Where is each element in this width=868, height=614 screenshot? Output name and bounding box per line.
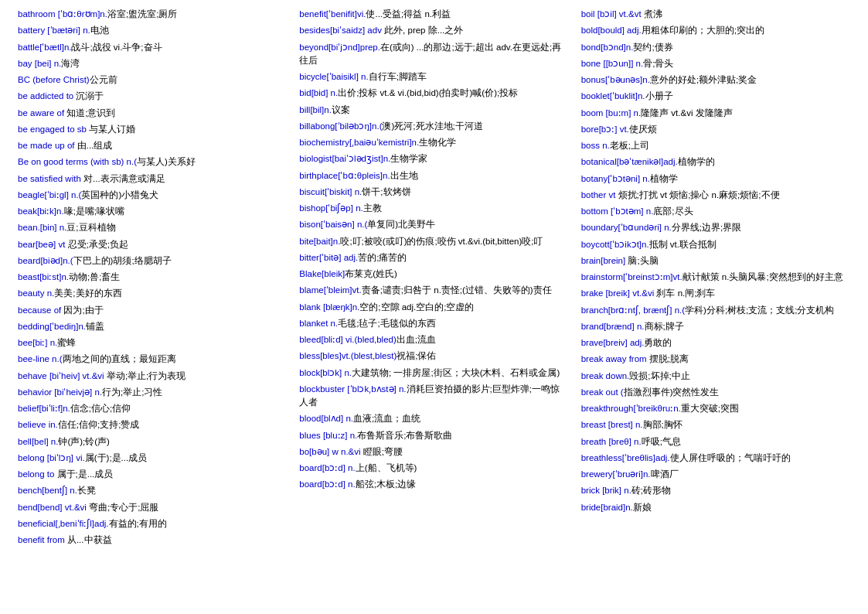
list-item: be engaged to sb 与某人订婚 (18, 123, 287, 136)
list-item: BC (before Christ)公元前 (18, 73, 287, 87)
list-item: breathless[ˈbreθlis]adj.使人屏住呼吸的；气喘吁吁的 (581, 452, 850, 465)
list-item: boycott[ˈbɔikɔt]n.抵制 vt.联合抵制 (581, 238, 850, 251)
list-item: belief[biˈliːf]n.信念;信心;信仰 (18, 402, 287, 415)
list-item: bear[beə] vt 忍受;承受;负起 (18, 238, 287, 251)
list-item: brand[brænd] n.商标;牌子 (581, 320, 850, 333)
list-item: beak[biːk]n.喙;是嘴;喙状嘴 (18, 205, 287, 218)
list-item: bedding[ˈbediŋ]n.铺盖 (18, 320, 287, 333)
list-item: benefit from 从...中获益 (18, 534, 287, 547)
list-item: beard[biəd]n.(下巴上的)胡须;络腮胡子 (18, 254, 287, 268)
list-item: beneficial[ˌbeniˈfiːʃl]adj.有益的;有用的 (18, 517, 287, 530)
list-item: breakthrough[ˈbreikθruːn.重大突破;突围 (581, 402, 850, 415)
list-item: bone [[bɔun]] n.骨;骨头 (581, 57, 850, 70)
list-item: boss n.老板;上司 (581, 139, 850, 152)
list-item: bonus[ˈbəunəs]n.意外的好处;额外津贴;奖金 (581, 73, 850, 87)
list-item: blanket n.毛毯;毡子;毛毯似的东西 (299, 317, 568, 330)
list-item: be addicted to 沉溺于 (18, 90, 287, 103)
list-item: beagle[ˈbiːgl] n.(英国种的)小猎兔犬 (18, 189, 287, 202)
list-item: beauty n.美美;美好的东西 (18, 287, 287, 300)
list-item: bold[bould] adj.用粗体印刷的；大胆的;突出的 (581, 24, 850, 37)
list-item: be aware of 知道;意识到 (18, 107, 287, 120)
list-item: brick [brik] n.砖;砖形物 (581, 484, 850, 497)
list-item: board[bɔːd] n.船弦;木板;边缘 (299, 478, 568, 491)
dictionary-page: bathroom [ˈbɑːθrʊm]n.浴室;盥洗室;厕所battery [ˈ… (12, 8, 856, 550)
list-item: bride[braid]n.新娘 (581, 501, 850, 514)
list-item: bo[bəu] w n.&vi 瞪眼;弯腰 (299, 445, 568, 459)
list-item: block[blɔk] n.大建筑物; 一排房屋;街区；大块(木料、石料或金属) (299, 367, 568, 380)
list-item: biochemistry[ˌbaiəuˈkemistri]n.生物化学 (299, 136, 568, 149)
list-item: board[bɔːd] n.上(船、飞机等) (299, 462, 568, 475)
list-item: bid[bid] n.出价;投标 vt.& vi.(bid,bid)(拍卖时)喊… (299, 87, 568, 100)
list-item: bother vt 烦扰;打扰 vt 烦恼;操心 n.麻烦;烦恼;不便 (581, 189, 850, 202)
list-item: be made up of 由...组成 (18, 139, 287, 152)
list-item: beyond[biˈjɔnd]prep.在(或向) ...的那边;远于;超出 a… (299, 41, 568, 68)
column-2: benefit[ˈbenifit]vi.使...受益;得益 n.利益beside… (293, 8, 574, 550)
list-item: bleed[bliːd] vi.(bled,bled)出血;流血 (299, 333, 568, 346)
list-item: battery [ˈbætəri] n.电池 (18, 24, 287, 37)
list-item: bond[bɔnd]n.契约;债券 (581, 41, 850, 54)
list-item: breath [breθ] n.呼吸;气息 (581, 435, 850, 449)
list-item: biscuit[ˈbiskit] n.饼干;软烤饼 (299, 186, 568, 199)
column-3: boil [bɔil] vt.&vt 煮沸bold[bould] adj.用粗体… (575, 8, 856, 550)
list-item: belong to 属于;是...成员 (18, 468, 287, 481)
list-item: bill[bil]n.议案 (299, 104, 568, 117)
list-item: bless[bles]vt.(blest,blest)祝福;保佑 (299, 350, 568, 363)
list-item: birthplace[ˈbɑːθpleis]n.出生地 (299, 169, 568, 182)
list-item: benefit[ˈbenifit]vi.使...受益;得益 n.利益 (299, 8, 568, 21)
list-item: blues [bluːz] n.布鲁斯音乐;布鲁斯歌曲 (299, 429, 568, 442)
list-item: bottom [ˈbɔtəm] n.底部;尽头 (581, 205, 850, 218)
list-item: brake [breik] vt.&vi 刹车 n.闸;刹车 (581, 287, 850, 300)
list-item: behave [biˈheiv] vt.&vi 举动;举止;行为表现 (18, 370, 287, 383)
list-item: bean.[bin] n.豆;豆科植物 (18, 221, 287, 234)
list-item: bee[biː] n.蜜蜂 (18, 336, 287, 350)
list-item: brave[breiv] adj.勇敢的 (581, 336, 850, 350)
list-item: break out (指激烈事件)突然性发生 (581, 386, 850, 399)
list-item: bicycle[ˈbaisikl] n.自行车;脚踏车 (299, 70, 568, 84)
list-item: break away from 摆脱;脱离 (581, 353, 850, 366)
list-item: billabong[ˈbiləbɔŋ]n.(澳)死河;死水洼地;干河道 (299, 120, 568, 133)
list-item: blockbuster [ˈblɔkˌbʌstə] n.消耗巨资拍摄的影片;巨型… (299, 383, 568, 410)
list-item: booklet[ˈbuklit]n.小册子 (581, 90, 850, 103)
list-item: break down.毁损;坏掉;中止 (581, 370, 850, 383)
list-item: behavior [biˈheivjə] n.行为;举止;习性 (18, 386, 287, 399)
list-item: be satisfied with 对...表示满意或满足 (18, 172, 287, 186)
list-item: bee-line n.(两地之间的)直线；最短距离 (18, 353, 287, 366)
list-item: boom [buːm] n.隆隆声 vt.&vi 发隆隆声 (581, 107, 850, 120)
list-item: branch[brɑːntʃ, bræntʃ] n.(学科)分科;树枝;支流；支… (581, 304, 850, 317)
list-item: biologist[baiˈɔlədʒist]n.生物学家 (299, 152, 568, 165)
list-item: brewery[ˈbruəri]n.啤酒厂 (581, 468, 850, 481)
list-item: botany[ˈbɔtəni] n.植物学 (581, 172, 850, 186)
list-item: breast [brest] n.胸部;胸怀 (581, 418, 850, 432)
list-item: because of 因为;由于 (18, 304, 287, 317)
list-item: besides[biˈsaidz] adv 此外, prep 除...之外 (299, 24, 568, 37)
list-item: bite[bait]n.咬;叮;被咬(或叮)的伤痕;咬伤 vt.&vi.(bit… (299, 235, 568, 248)
list-item: bore[bɔː] vt.使厌烦 (581, 123, 850, 136)
list-item: bench[bentʃ] n.长凳 (18, 484, 287, 497)
list-item: bend[bend] vt.&vi 弯曲;专心于;屈服 (18, 501, 287, 514)
list-item: belong [biˈlɔŋ] vi.属(于);是...成员 (18, 452, 287, 465)
list-item: beast[biːst]n.动物;兽;畜生 (18, 271, 287, 284)
list-item: blame[ˈbleim]vt.责备;谴责;归咎于 n.责怪;(过错、失败等的)… (299, 284, 568, 297)
list-item: Be on good terms (with sb) n.(与某人)关系好 (18, 155, 287, 169)
list-item: bay [bei] n.海湾 (18, 57, 287, 70)
list-item: bitter[ˈbitə] adj.苦的;痛苦的 (299, 251, 568, 264)
list-item: brain[brein] 脑;头脑 (581, 254, 850, 268)
list-item: battle[ˈbætl]n.战斗;战役 vi.斗争;奋斗 (18, 41, 287, 54)
list-item: bishop[ˈbiʃəp] n.主教 (299, 202, 568, 215)
list-item: bison[ˈbaisən] n.(单复同)北美野牛 (299, 218, 568, 231)
list-item: bathroom [ˈbɑːθrʊm]n.浴室;盥洗室;厕所 (18, 8, 287, 21)
list-item: brainstorm[ˈbreinstɔːm]vt.献计献策 n.头脑风暴;突然… (581, 271, 850, 284)
list-item: blood[blʌd] n.血液;流血；血统 (299, 412, 568, 425)
list-item: blank [blæŋk]n.空的;空隙 adj.空白的;空虚的 (299, 301, 568, 314)
list-item: botanical[bəˈtænikəl]adj.植物学的 (581, 155, 850, 169)
list-item: Blake[bleik]布莱克(姓氏) (299, 268, 568, 281)
column-1: bathroom [ˈbɑːθrʊm]n.浴室;盥洗室;厕所battery [ˈ… (12, 8, 293, 550)
list-item: boundary[ˈbɑundəri] n.分界线;边界;界限 (581, 221, 850, 234)
list-item: boil [bɔil] vt.&vt 煮沸 (581, 8, 850, 21)
list-item: bell[bel] n.钟(声);铃(声) (18, 435, 287, 449)
list-item: believe in.信任;信仰;支持;赞成 (18, 418, 287, 432)
